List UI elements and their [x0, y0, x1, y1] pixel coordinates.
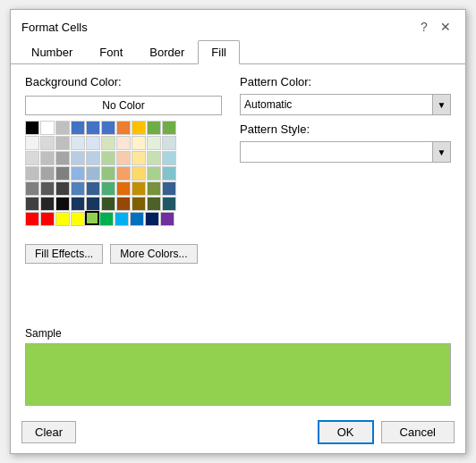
color-cell[interactable] [85, 211, 99, 225]
color-cell[interactable] [71, 151, 85, 165]
color-cell[interactable] [55, 181, 70, 196]
tab-number[interactable]: Number [18, 40, 86, 64]
color-cell[interactable] [116, 197, 131, 211]
ok-button[interactable]: OK [318, 420, 374, 444]
color-cell[interactable] [99, 212, 114, 226]
tab-border[interactable]: Border [136, 40, 198, 64]
color-cell[interactable] [71, 212, 85, 226]
dialog-title: Format Cells [21, 21, 88, 34]
color-cell[interactable] [55, 166, 70, 181]
color-cell[interactable] [40, 121, 55, 135]
color-cell[interactable] [101, 197, 115, 211]
close-button[interactable]: ✕ [437, 18, 455, 36]
color-cell[interactable] [40, 151, 55, 165]
color-cell[interactable] [160, 212, 174, 226]
more-colors-button[interactable]: More Colors... [110, 244, 197, 264]
color-cell[interactable] [147, 166, 161, 181]
fill-content: Background Color: No Color Fill Effects.… [11, 64, 465, 415]
color-cell[interactable] [116, 151, 131, 165]
color-cell[interactable] [147, 181, 161, 196]
color-cell[interactable] [40, 136, 55, 150]
color-cell[interactable] [40, 197, 55, 211]
color-cell[interactable] [86, 151, 100, 165]
color-cell[interactable] [130, 212, 144, 226]
background-color-label: Background Color: [25, 75, 222, 88]
color-cell[interactable] [132, 121, 146, 135]
color-cell[interactable] [55, 136, 70, 150]
color-cell[interactable] [55, 151, 70, 165]
color-cell[interactable] [116, 136, 131, 150]
color-cell[interactable] [115, 212, 129, 226]
right-panel: Pattern Color: Automatic ▼ Pattern Style… [240, 75, 451, 320]
color-cell[interactable] [101, 166, 115, 181]
color-cell[interactable] [132, 197, 146, 211]
color-cell[interactable] [147, 136, 161, 150]
color-row [25, 166, 222, 181]
color-cell[interactable] [162, 136, 176, 150]
title-bar: Format Cells ? ✕ [11, 10, 465, 40]
color-cell[interactable] [71, 197, 85, 211]
color-cell[interactable] [25, 197, 39, 211]
tab-bar: Number Font Border Fill [11, 40, 465, 64]
color-cell[interactable] [116, 166, 131, 181]
help-button[interactable]: ? [415, 18, 433, 36]
cancel-button[interactable]: Cancel [381, 421, 455, 443]
pattern-color-arrow: ▼ [432, 95, 450, 114]
color-cell[interactable] [25, 166, 39, 181]
pattern-color-select-wrapper[interactable]: Automatic ▼ [240, 94, 451, 115]
color-cell[interactable] [55, 212, 70, 226]
color-cell[interactable] [55, 121, 70, 135]
color-cell[interactable] [86, 181, 100, 196]
pattern-color-select[interactable]: Automatic [244, 95, 432, 114]
color-cell[interactable] [162, 121, 176, 135]
color-cell[interactable] [116, 121, 131, 135]
color-row [25, 181, 222, 196]
color-cell[interactable] [116, 181, 131, 196]
color-cell[interactable] [40, 166, 55, 181]
color-cell[interactable] [25, 151, 39, 165]
color-cell[interactable] [145, 212, 159, 226]
color-cell[interactable] [71, 121, 85, 135]
color-cell[interactable] [101, 151, 115, 165]
fill-effects-button[interactable]: Fill Effects... [25, 244, 103, 264]
bottom-buttons: Fill Effects... More Colors... [25, 244, 222, 264]
color-cell[interactable] [40, 181, 55, 196]
color-cell[interactable] [162, 181, 176, 196]
color-cell[interactable] [132, 151, 146, 165]
color-cell[interactable] [86, 121, 100, 135]
color-cell[interactable] [132, 136, 146, 150]
color-cell[interactable] [147, 197, 161, 211]
color-cell[interactable] [101, 121, 115, 135]
color-cell[interactable] [25, 121, 39, 135]
pattern-style-arrow: ▼ [432, 142, 450, 162]
color-cell[interactable] [101, 181, 115, 196]
color-cell[interactable] [132, 166, 146, 181]
color-cell[interactable] [71, 181, 85, 196]
color-cell[interactable] [162, 166, 176, 181]
color-cell[interactable] [86, 166, 100, 181]
color-cell[interactable] [147, 151, 161, 165]
color-cell[interactable] [25, 136, 39, 150]
color-cell[interactable] [86, 136, 100, 150]
color-cell[interactable] [71, 136, 85, 150]
color-cell[interactable] [162, 151, 176, 165]
color-cell[interactable] [86, 197, 100, 211]
color-cell[interactable] [25, 181, 39, 196]
pattern-style-select-wrapper[interactable]: ▼ [240, 141, 451, 163]
color-cell[interactable] [147, 121, 161, 135]
color-cell[interactable] [101, 136, 115, 150]
clear-button[interactable]: Clear [21, 421, 76, 443]
color-cell[interactable] [162, 197, 176, 211]
no-color-button[interactable]: No Color [25, 96, 222, 115]
dialog-footer: Clear OK Cancel [11, 415, 465, 453]
color-row [25, 151, 222, 165]
color-cell[interactable] [40, 212, 55, 226]
tab-fill[interactable]: Fill [198, 40, 240, 64]
color-cell[interactable] [55, 197, 70, 211]
color-cell[interactable] [25, 212, 39, 226]
tab-font[interactable]: Font [86, 40, 136, 64]
pattern-style-select[interactable] [244, 142, 432, 162]
color-cell[interactable] [132, 181, 146, 196]
left-panel: Background Color: No Color Fill Effects.… [25, 75, 222, 320]
color-cell[interactable] [71, 166, 85, 181]
